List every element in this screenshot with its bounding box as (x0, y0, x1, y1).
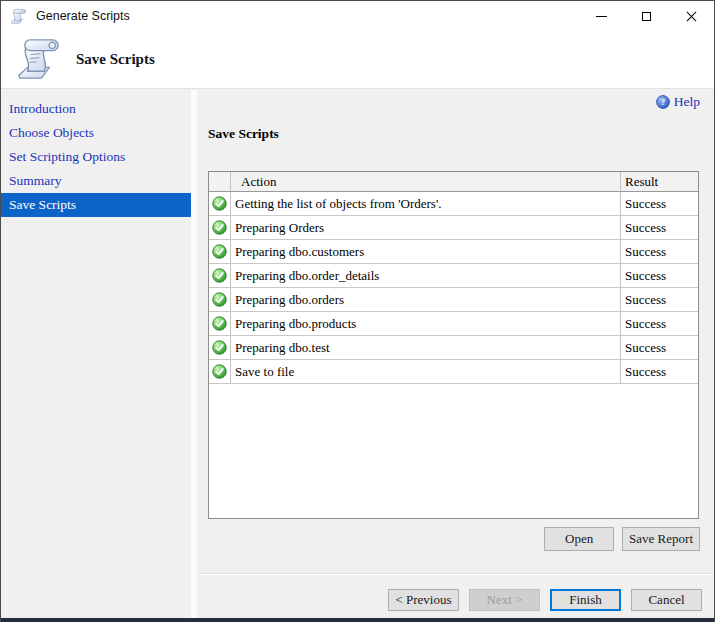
table-row[interactable]: Preparing dbo.test Success (209, 336, 698, 360)
save-report-button[interactable]: Save Report (622, 527, 700, 551)
scroll-icon (10, 8, 27, 25)
green-check-icon (212, 196, 227, 211)
result-cell: Success (621, 288, 698, 311)
window-title: Generate Scripts (36, 9, 130, 23)
status-cell (209, 264, 231, 287)
help-link[interactable]: ? Help (656, 94, 700, 110)
table-row[interactable]: Preparing dbo.products Success (209, 312, 698, 336)
table-row[interactable]: Preparing dbo.customers Success (209, 240, 698, 264)
action-cell: Save to file (231, 360, 621, 383)
close-button[interactable] (669, 1, 714, 31)
green-check-icon (212, 268, 227, 283)
result-cell: Success (621, 240, 698, 263)
green-check-icon (212, 316, 227, 331)
wizard-steps-sidebar: IntroductionChoose ObjectsSet Scripting … (1, 90, 191, 619)
titlebar[interactable]: Generate Scripts (1, 1, 714, 31)
result-cell: Success (621, 216, 698, 239)
grid-header-row: Action Result (209, 172, 698, 192)
wizard-nav-buttons: < Previous Next > Finish Cancel (388, 589, 702, 611)
action-cell: Preparing dbo.order_details (231, 264, 621, 287)
status-cell (209, 216, 231, 239)
svg-text:?: ? (661, 97, 665, 107)
previous-button[interactable]: < Previous (388, 589, 459, 611)
green-check-icon (212, 364, 227, 379)
sidebar-item-summary[interactable]: Summary (1, 169, 191, 193)
help-label: Help (674, 94, 700, 110)
scroll-icon (15, 36, 62, 83)
help-icon: ? (656, 95, 670, 109)
finish-button[interactable]: Finish (550, 589, 621, 611)
open-button[interactable]: Open (544, 527, 614, 551)
results-grid[interactable]: Action Result Getting the list of object… (208, 171, 699, 519)
grid-header-action: Action (231, 172, 621, 191)
green-check-icon (212, 340, 227, 355)
window-bottom-edge (1, 618, 714, 622)
wizard-body: IntroductionChoose ObjectsSet Scripting … (1, 90, 715, 619)
green-check-icon (212, 220, 227, 235)
wizard-page-title: Save Scripts (76, 51, 155, 68)
status-cell (209, 336, 231, 359)
close-icon (685, 10, 698, 23)
status-cell (209, 312, 231, 335)
result-cell: Success (621, 336, 698, 359)
table-row[interactable]: Preparing dbo.order_details Success (209, 264, 698, 288)
generate-scripts-window: Generate Scripts Sav (0, 0, 715, 622)
status-cell (209, 288, 231, 311)
table-row[interactable]: Save to file Success (209, 360, 698, 384)
action-cell: Preparing Orders (231, 216, 621, 239)
next-button[interactable]: Next > (469, 589, 540, 611)
result-cell: Success (621, 264, 698, 287)
sidebar-item-choose-objects[interactable]: Choose Objects (1, 121, 191, 145)
table-row[interactable]: Preparing dbo.orders Success (209, 288, 698, 312)
result-cell: Success (621, 360, 698, 383)
result-cell: Success (621, 192, 698, 215)
minimize-button[interactable] (579, 1, 624, 31)
section-title: Save Scripts (208, 126, 279, 142)
status-cell (209, 360, 231, 383)
grid-header-status-cell (209, 172, 231, 191)
sidebar-item-set-scripting-options[interactable]: Set Scripting Options (1, 145, 191, 169)
action-cell: Preparing dbo.test (231, 336, 621, 359)
table-row[interactable]: Preparing Orders Success (209, 216, 698, 240)
status-cell (209, 192, 231, 215)
maximize-icon (642, 12, 651, 21)
action-cell: Preparing dbo.products (231, 312, 621, 335)
maximize-button[interactable] (624, 1, 669, 31)
minimize-icon (596, 16, 607, 17)
wizard-header: Save Scripts (1, 31, 714, 89)
action-cell: Preparing dbo.customers (231, 240, 621, 263)
action-cell: Preparing dbo.orders (231, 288, 621, 311)
sidebar-item-introduction[interactable]: Introduction (1, 97, 191, 121)
grid-header-result: Result (621, 172, 698, 191)
result-cell: Success (621, 312, 698, 335)
green-check-icon (212, 292, 227, 307)
footer-divider (197, 573, 715, 575)
main-panel: ? Help Save Scripts Action Result Gettin… (197, 90, 715, 619)
table-row[interactable]: Getting the list of objects from 'Orders… (209, 192, 698, 216)
cancel-button[interactable]: Cancel (631, 589, 702, 611)
report-button-group: Open Save Report (544, 527, 700, 551)
sidebar-item-save-scripts[interactable]: Save Scripts (1, 193, 191, 217)
green-check-icon (212, 244, 227, 259)
action-cell: Getting the list of objects from 'Orders… (231, 192, 621, 215)
status-cell (209, 240, 231, 263)
